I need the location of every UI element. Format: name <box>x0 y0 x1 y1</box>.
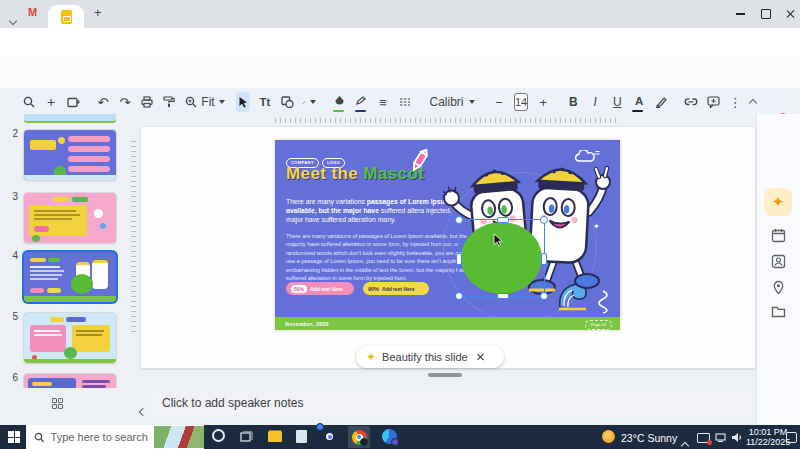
slide-editor-page[interactable]: COMPANYLOGO Meet the Mascot There are ma… <box>275 140 620 330</box>
contacts-icon[interactable] <box>771 254 786 269</box>
stat-pill-pink[interactable]: 50% Add text Here <box>286 282 354 295</box>
edge-app-icon[interactable] <box>382 429 397 444</box>
taskbar-search-box[interactable]: Type here to search <box>26 425 204 449</box>
line-tool-icon[interactable] <box>302 92 316 112</box>
font-family-label: Calibri <box>429 95 463 109</box>
paint-format-icon[interactable] <box>162 92 176 112</box>
text-color-button[interactable]: A <box>632 92 646 112</box>
selection-bounding-box[interactable] <box>458 219 545 297</box>
print-icon[interactable] <box>140 92 154 112</box>
stat1-value: 50% <box>291 285 307 293</box>
ruler-left <box>131 140 136 332</box>
new-slide-button[interactable]: + <box>44 92 58 112</box>
selection-handle-e[interactable] <box>541 253 547 265</box>
clock-tray[interactable]: 10:01 PM 11/22/2025 <box>746 427 790 447</box>
beautify-popup[interactable]: ✦ Beautify this slide <box>356 346 504 368</box>
selection-handle-sw[interactable] <box>455 292 463 300</box>
beautify-label[interactable]: Beautify this slide <box>382 351 468 363</box>
slide-title[interactable]: Meet the Mascot <box>286 164 424 184</box>
search-placeholder: Type here to search <box>51 431 148 443</box>
slide-number: 6 <box>6 372 18 383</box>
thumbnail-slide-6[interactable] <box>24 374 116 388</box>
select-tool-icon[interactable] <box>236 92 250 112</box>
window-minimize-button[interactable] <box>728 0 752 28</box>
window-maximize-button[interactable] <box>754 0 778 28</box>
toolbar-more-icon[interactable]: ⋮ <box>728 92 742 112</box>
grid-view-icon[interactable] <box>52 398 63 409</box>
underline-button[interactable]: U <box>610 92 624 112</box>
stat1-label: Add text Here <box>310 286 343 292</box>
italic-button[interactable]: I <box>588 92 602 112</box>
screen: M + ← → ⟳ docs.google.com/presentation/d… <box>0 0 800 449</box>
new-slide-layout-icon[interactable] <box>66 92 80 112</box>
tray-expand-icon[interactable] <box>682 435 688 449</box>
search-highlight-image[interactable] <box>154 426 204 448</box>
stat2-label: Add text Here <box>382 286 415 292</box>
notes-drag-handle[interactable] <box>428 373 462 377</box>
weather-text[interactable]: 23°C Sunny <box>621 432 677 444</box>
window-close-button[interactable] <box>779 0 800 28</box>
speaker-notes-input[interactable]: Click to add speaker notes <box>150 388 752 418</box>
slide-paragraph-lead[interactable]: There are many variations passages of Lo… <box>286 198 466 225</box>
display-tray-icon[interactable] <box>697 433 710 443</box>
undo-icon[interactable]: ↶ <box>96 92 110 112</box>
tab-search-icon[interactable] <box>10 10 16 28</box>
collapse-filmstrip-icon[interactable] <box>140 401 146 419</box>
tray-time: 10:01 PM <box>746 427 790 437</box>
border-weight-icon[interactable]: ≡ <box>376 92 390 112</box>
folder-icon[interactable] <box>771 306 786 318</box>
tab-slides-active[interactable] <box>48 5 84 28</box>
decrease-font-size-button[interactable]: − <box>492 92 506 112</box>
beautify-close-icon[interactable] <box>476 353 485 362</box>
volume-tray-icon[interactable] <box>731 432 743 443</box>
bold-button[interactable]: B <box>566 92 580 112</box>
stat-pill-yellow[interactable]: 90% Add text Here <box>363 282 429 295</box>
chrome-active-app-icon[interactable] <box>348 426 370 448</box>
search-menus-icon[interactable] <box>22 92 36 112</box>
slide-footer-strip[interactable]: November, 2020 Page 04 <box>275 317 620 330</box>
zoom-level-dropdown[interactable]: Fit <box>206 92 220 112</box>
hide-menus-icon[interactable] <box>750 95 756 109</box>
start-button[interactable] <box>8 431 20 443</box>
selection-handle-w[interactable] <box>456 253 462 265</box>
selection-handle-ne[interactable] <box>540 216 548 224</box>
redo-icon[interactable]: ↷ <box>118 92 132 112</box>
highlight-color-icon[interactable] <box>654 92 668 112</box>
thumbnail-slide-1-partial[interactable] <box>24 114 116 123</box>
maps-icon[interactable] <box>771 280 786 295</box>
task-view-icon[interactable] <box>240 431 254 443</box>
search-icon <box>34 432 45 443</box>
slide-page-badge: Page 04 <box>585 320 612 330</box>
edit-toolbar: + ↶ ↷ Fit Tt ≡ Calibri − 14 + B I U A ⋮ <box>12 90 790 114</box>
gmail-tab-icon[interactable]: M <box>28 6 37 18</box>
selection-handle-se[interactable] <box>540 292 548 300</box>
thumbnail-slide-2[interactable] <box>24 130 116 180</box>
font-family-dropdown[interactable]: Calibri <box>428 92 476 112</box>
shape-tool-icon[interactable] <box>280 92 294 112</box>
font-size-input[interactable]: 14 <box>514 93 528 111</box>
selection-handle-nw[interactable] <box>455 216 463 224</box>
thumbnail-slide-4-selected[interactable] <box>24 252 116 302</box>
zoom-icon[interactable] <box>184 92 198 112</box>
new-tab-button[interactable]: + <box>94 5 102 20</box>
para1-normal1: There are many variations <box>286 198 367 205</box>
border-color-icon[interactable] <box>354 92 368 112</box>
insert-comment-icon[interactable] <box>706 92 720 112</box>
textbox-tool[interactable]: Tt <box>258 92 272 112</box>
insert-link-icon[interactable] <box>684 92 698 112</box>
border-dash-icon[interactable] <box>398 92 412 112</box>
weather-sun-icon[interactable] <box>602 430 615 443</box>
thumbnail-slide-3[interactable] <box>24 193 116 243</box>
notification-center-icon[interactable] <box>786 432 797 443</box>
gemini-panel-icon[interactable]: ✦ <box>764 188 792 216</box>
calendar-icon[interactable] <box>771 228 786 243</box>
network-tray-icon[interactable] <box>715 433 726 442</box>
fill-color-icon[interactable] <box>332 92 346 112</box>
selection-handle-s[interactable] <box>497 293 509 299</box>
increase-font-size-button[interactable]: + <box>536 92 550 112</box>
thumbnail-slide-5[interactable] <box>24 313 116 363</box>
folder-app-icon[interactable] <box>268 432 282 442</box>
cortana-icon[interactable] <box>212 429 225 442</box>
selection-handle-n[interactable] <box>497 217 509 223</box>
document-app-icon[interactable] <box>296 430 307 443</box>
